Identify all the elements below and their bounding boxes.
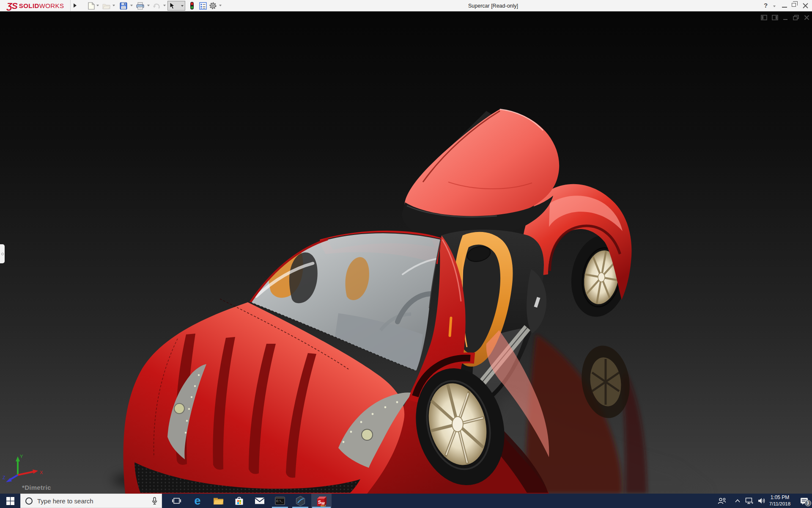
network-button[interactable]	[743, 494, 755, 508]
visualize-hexagon-icon	[295, 496, 306, 506]
speaker-icon	[758, 497, 766, 504]
taskbar-search[interactable]	[20, 494, 162, 508]
command-prompt-button[interactable]: C:\_	[270, 494, 290, 508]
edge-icon: e	[194, 495, 200, 507]
new-dropdown-caret[interactable]	[96, 5, 99, 6]
windows-taskbar: e	[0, 494, 812, 508]
properties-list-button[interactable]	[199, 2, 207, 10]
view-orientation-label: *Dimetric	[22, 484, 51, 491]
solidworks-logo: ƷS SOLID WORKS	[7, 1, 64, 11]
people-button[interactable]	[716, 494, 728, 508]
network-icon	[745, 497, 753, 504]
volume-button[interactable]	[756, 494, 768, 508]
task-view-button[interactable]	[167, 494, 186, 508]
expand-pane-icon	[1, 253, 4, 255]
restore-button[interactable]	[792, 3, 796, 7]
edge-button[interactable]: e	[188, 494, 207, 508]
3d-model-canvas[interactable]	[0, 11, 812, 494]
select-tool-button[interactable]	[167, 1, 185, 11]
tray-overflow-button[interactable]	[733, 494, 742, 508]
save-dropdown-caret[interactable]	[130, 5, 133, 6]
triad-y-label: Y	[20, 454, 23, 459]
notification-badge: 3	[805, 500, 811, 506]
sw-year: 2017	[321, 504, 326, 507]
open-button[interactable]	[102, 2, 110, 10]
command-prompt-icon: C:\_	[275, 497, 285, 505]
action-center-button[interactable]: 3	[797, 494, 811, 508]
close-button[interactable]	[803, 3, 808, 10]
document-window-controls	[761, 15, 809, 20]
select-dropdown-caret[interactable]	[181, 5, 184, 7]
feature-manager-collapsed-tab[interactable]	[0, 244, 5, 263]
open-dropdown-caret[interactable]	[112, 5, 115, 6]
undo-dropdown-caret[interactable]	[163, 5, 166, 6]
print-dropdown-caret[interactable]	[147, 5, 150, 6]
search-icon	[25, 497, 33, 505]
help-dropdown-caret[interactable]	[773, 6, 776, 7]
store-button[interactable]	[229, 494, 249, 508]
store-icon	[234, 496, 244, 505]
ds-logo-mark: ƷS	[7, 1, 17, 11]
new-document-button[interactable]	[87, 2, 95, 10]
start-button[interactable]	[0, 494, 20, 508]
title-bar: ƷS SOLID WORKS	[0, 0, 812, 11]
undo-button[interactable]	[152, 2, 160, 10]
people-icon	[718, 497, 726, 504]
taskbar-clock[interactable]: 1:05 PM 7/11/2018	[767, 494, 793, 508]
divider	[70, 0, 71, 11]
mail-icon	[255, 497, 265, 505]
cmd-prompt-text: C:\_	[277, 500, 283, 503]
file-explorer-button[interactable]	[208, 494, 228, 508]
minimize-button[interactable]	[782, 7, 787, 8]
menu-flyout-arrow-icon[interactable]	[74, 3, 77, 8]
sw-letter-s: S	[318, 500, 321, 505]
tray-time: 1:05 PM	[771, 494, 790, 501]
triad-z-label: Z	[3, 475, 5, 480]
chevron-up-icon	[735, 499, 740, 502]
document-title: Supercar [Read-only]	[468, 3, 518, 9]
rebuild-stoplight-button[interactable]	[188, 2, 196, 10]
microphone-icon[interactable]	[152, 497, 157, 505]
windows-logo-icon	[6, 497, 14, 505]
options-gear-button[interactable]	[209, 2, 217, 10]
doc-restore-icon[interactable]	[793, 15, 799, 20]
show-pane-icon[interactable]	[761, 15, 767, 20]
visualize-button[interactable]	[291, 494, 310, 508]
help-button[interactable]: ?	[764, 2, 768, 9]
solidworks-window: ƷS SOLID WORKS	[0, 0, 812, 508]
task-view-icon	[172, 497, 181, 505]
triad-x-label: X	[40, 470, 43, 475]
search-input[interactable]	[37, 497, 152, 505]
doc-close-icon[interactable]	[804, 15, 809, 20]
solidworks-taskbar-button[interactable]: S W 2017	[311, 494, 332, 508]
doc-minimize-icon[interactable]	[783, 15, 788, 20]
print-button[interactable]	[136, 2, 144, 10]
tray-date: 7/11/2018	[769, 501, 790, 507]
cursor-icon	[169, 2, 175, 9]
mail-button[interactable]	[250, 494, 269, 508]
file-explorer-icon	[213, 497, 224, 505]
options-dropdown-caret[interactable]	[219, 5, 222, 6]
orientation-triad[interactable]: X Y Z	[2, 440, 48, 483]
graphics-viewport[interactable]: X Y Z *Dimetric	[0, 11, 812, 494]
solidworks-2017-icon: S W 2017	[316, 495, 327, 507]
save-button[interactable]	[119, 2, 127, 10]
show-pane-2-icon[interactable]	[772, 15, 778, 20]
